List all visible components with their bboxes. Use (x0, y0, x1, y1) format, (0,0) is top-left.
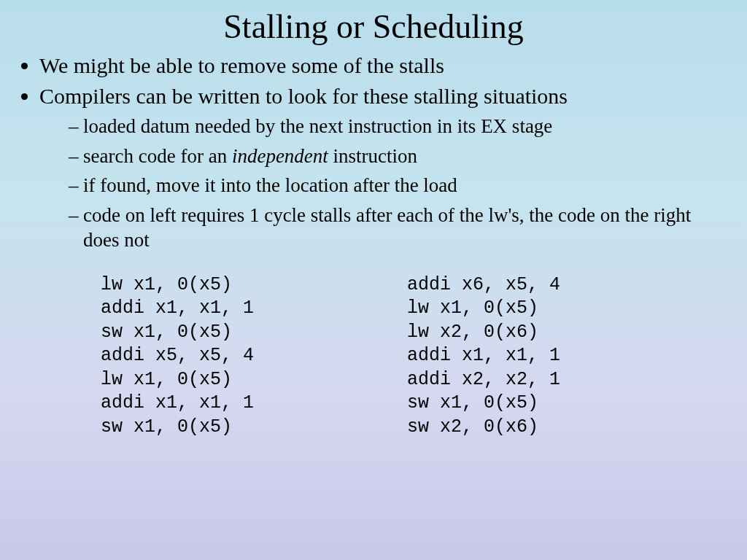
code-block-right: addi x6, x5, 4 lw x1, 0(x5) lw x2, 0(x6)… (407, 273, 713, 440)
slide-title: Stalling or Scheduling (20, 7, 727, 46)
sub-bullet-text: instruction (328, 145, 417, 167)
code-row: lw x1, 0(x5) addi x1, x1, 1 sw x1, 0(x5)… (20, 273, 727, 440)
sub-bullet-item: code on left requires 1 cycle stalls aft… (69, 203, 727, 253)
sub-bullet-list: loaded datum needed by the next instruct… (39, 114, 727, 253)
sub-bullet-item: search code for an independent instructi… (69, 144, 727, 169)
sub-bullet-text: search code for an (83, 145, 232, 167)
bullet-list: We might be able to remove some of the s… (20, 52, 727, 253)
sub-bullet-item: if found, move it into the location afte… (69, 173, 727, 198)
bullet-item: Compilers can be written to look for the… (39, 82, 727, 253)
bullet-item: We might be able to remove some of the s… (39, 52, 727, 79)
bullet-text: Compilers can be written to look for the… (39, 84, 568, 108)
sub-bullet-italic: independent (232, 145, 328, 167)
code-block-left: lw x1, 0(x5) addi x1, x1, 1 sw x1, 0(x5)… (101, 273, 407, 440)
sub-bullet-item: loaded datum needed by the next instruct… (69, 114, 727, 139)
